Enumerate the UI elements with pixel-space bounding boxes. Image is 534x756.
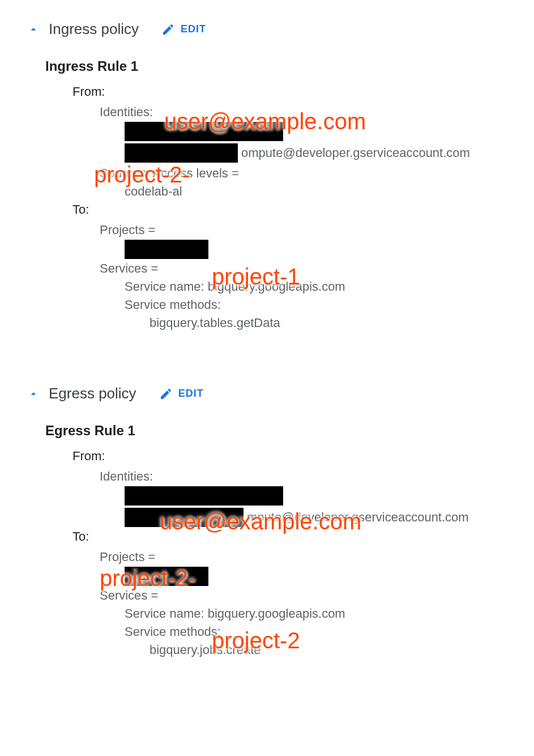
ingress-service-name: Service name: bigquery.googleapis.com xyxy=(125,279,507,294)
ingress-edit-button[interactable]: EDIT xyxy=(161,23,206,36)
ingress-identity-redacted-2: ompute@developer.gserviceaccount.com xyxy=(125,143,507,163)
egress-service-name: Service name: bigquery.googleapis.com xyxy=(125,606,507,621)
ingress-identity-redacted-1 xyxy=(125,122,507,141)
ingress-from-label: From: xyxy=(72,84,507,99)
egress-edit-button[interactable]: EDIT xyxy=(159,387,204,401)
egress-project-redacted xyxy=(125,567,507,586)
egress-services-label: Services = xyxy=(100,588,507,603)
ingress-service-method-value: bigquery.tables.getData xyxy=(149,316,507,330)
redaction-box xyxy=(125,240,208,259)
ingress-service-methods-label: Service methods: xyxy=(125,298,507,312)
ingress-projects-label: Projects = xyxy=(100,223,507,237)
chevron-up-icon xyxy=(27,23,40,36)
pencil-icon xyxy=(161,23,175,36)
chevron-up-icon xyxy=(27,388,40,400)
ingress-policy-header[interactable]: Ingress policy EDIT xyxy=(27,20,507,38)
redaction-box xyxy=(125,143,238,163)
ingress-access-level-value: codelab-al xyxy=(125,184,507,199)
ingress-identities-label: Identities: xyxy=(100,105,507,120)
egress-edit-label: EDIT xyxy=(178,388,204,400)
egress-projects-label: Projects = xyxy=(100,550,507,564)
redaction-box xyxy=(125,567,208,586)
ingress-source-access-levels-label: Source > Access levels = xyxy=(100,166,507,181)
egress-identity-suffix: mpute@developer.gserviceaccount.com xyxy=(247,510,469,525)
redaction-box xyxy=(125,122,283,141)
egress-identity-redacted-1 xyxy=(125,486,507,506)
ingress-edit-label: EDIT xyxy=(181,23,206,35)
egress-identity-redacted-2: mpute@developer.gserviceaccount.com xyxy=(125,508,507,527)
ingress-to-label: To: xyxy=(72,202,507,217)
ingress-rule-title: Ingress Rule 1 xyxy=(45,58,507,74)
ingress-services-label: Services = xyxy=(100,261,507,276)
egress-to-label: To: xyxy=(72,529,507,544)
ingress-identity-suffix: ompute@developer.gserviceaccount.com xyxy=(241,146,470,160)
egress-service-method-value: bigquery.jobs.create xyxy=(149,643,507,657)
egress-from-label: From: xyxy=(72,449,507,464)
egress-service-methods-label: Service methods: xyxy=(125,625,507,639)
ingress-policy-title: Ingress policy xyxy=(49,20,139,38)
redaction-box xyxy=(125,486,283,506)
pencil-icon xyxy=(159,387,173,401)
egress-identities-label: Identities: xyxy=(100,469,507,484)
egress-policy-header[interactable]: Egress policy EDIT xyxy=(27,385,507,402)
egress-rule-title: Egress Rule 1 xyxy=(45,423,507,439)
egress-policy-title: Egress policy xyxy=(49,385,136,402)
redaction-box xyxy=(125,508,243,527)
ingress-project-redacted xyxy=(125,240,507,259)
